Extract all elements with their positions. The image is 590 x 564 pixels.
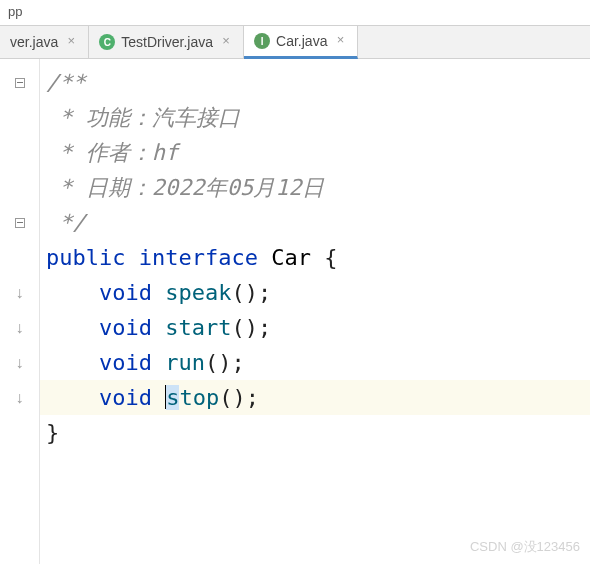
token: void	[99, 385, 165, 410]
watermark: CSDN @没123456	[470, 538, 580, 556]
token	[46, 350, 99, 375]
token: Car	[271, 245, 324, 270]
token: * 日期：2022年05月12日	[46, 175, 324, 200]
gutter-row	[0, 240, 39, 275]
fold-icon[interactable]	[15, 218, 25, 228]
token: run	[165, 350, 205, 375]
gutter-row: ↓	[0, 275, 39, 310]
token: /**	[46, 70, 86, 95]
interface-icon: I	[254, 33, 270, 49]
code-line[interactable]: * 作者：hf	[40, 135, 590, 170]
implements-arrow-icon[interactable]: ↓	[16, 284, 24, 302]
code-line[interactable]: * 日期：2022年05月12日	[40, 170, 590, 205]
token: */	[46, 210, 86, 235]
token: ();	[205, 350, 245, 375]
code-line[interactable]: void run();	[40, 345, 590, 380]
editor-area: ↓↓↓↓ /** * 功能：汽车接口 * 作者：hf * 日期：2022年05月…	[0, 59, 590, 564]
editor-tab-bar: ver.java×CTestDriver.java×ICar.java×	[0, 26, 590, 59]
gutter-row	[0, 100, 39, 135]
token: top	[179, 385, 219, 410]
token: void	[99, 280, 165, 305]
token: ();	[231, 280, 271, 305]
token	[46, 385, 99, 410]
token	[46, 315, 99, 340]
token: }	[46, 420, 59, 445]
token: ();	[219, 385, 259, 410]
fold-icon[interactable]	[15, 78, 25, 88]
code-line[interactable]: */	[40, 205, 590, 240]
class-icon: C	[99, 34, 115, 50]
gutter-row: ↓	[0, 310, 39, 345]
code-editor[interactable]: /** * 功能：汽车接口 * 作者：hf * 日期：2022年05月12日 *…	[40, 59, 590, 564]
close-icon[interactable]: ×	[333, 34, 347, 48]
token: s	[166, 385, 179, 410]
token: start	[165, 315, 231, 340]
code-line[interactable]: void stop();	[40, 380, 590, 415]
tab-TestDriver-java[interactable]: CTestDriver.java×	[89, 26, 244, 58]
tab-label: Car.java	[276, 33, 327, 49]
gutter-row	[0, 170, 39, 205]
token: * 功能：汽车接口	[46, 105, 240, 130]
code-line[interactable]: void start();	[40, 310, 590, 345]
token: public	[46, 245, 139, 270]
tab-label: ver.java	[10, 34, 58, 50]
code-line[interactable]: void speak();	[40, 275, 590, 310]
token: void	[99, 350, 165, 375]
implements-arrow-icon[interactable]: ↓	[16, 389, 24, 407]
token	[46, 280, 99, 305]
token: * 作者：hf	[46, 140, 178, 165]
gutter-row: ↓	[0, 380, 39, 415]
code-line[interactable]: * 功能：汽车接口	[40, 100, 590, 135]
code-line[interactable]: /**	[40, 65, 590, 100]
implements-arrow-icon[interactable]: ↓	[16, 319, 24, 337]
token: void	[99, 315, 165, 340]
code-line[interactable]: public interface Car {	[40, 240, 590, 275]
gutter: ↓↓↓↓	[0, 59, 40, 564]
token: speak	[165, 280, 231, 305]
implements-arrow-icon[interactable]: ↓	[16, 354, 24, 372]
tab-label: TestDriver.java	[121, 34, 213, 50]
gutter-row	[0, 135, 39, 170]
breadcrumb-fragment: pp	[0, 0, 590, 26]
gutter-row	[0, 65, 39, 100]
gutter-row	[0, 415, 39, 450]
tab-ver-java[interactable]: ver.java×	[0, 26, 89, 58]
code-line[interactable]: }	[40, 415, 590, 450]
close-icon[interactable]: ×	[219, 35, 233, 49]
close-icon[interactable]: ×	[64, 35, 78, 49]
gutter-row: ↓	[0, 345, 39, 380]
token: ();	[231, 315, 271, 340]
token: interface	[139, 245, 271, 270]
tab-Car-java[interactable]: ICar.java×	[244, 26, 358, 59]
token: {	[324, 245, 337, 270]
gutter-row	[0, 205, 39, 240]
